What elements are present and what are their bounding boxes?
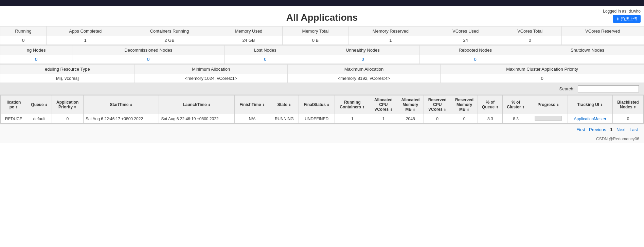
td-pct-queue: 8.3	[478, 114, 503, 124]
th-reserved-memory[interactable]: ReservedMemoryMB ⇕	[451, 95, 478, 114]
td-alloc-memory: 2048	[397, 114, 424, 124]
top-bar	[0, 0, 644, 6]
col-apps-completed: Apps Completed	[47, 27, 124, 36]
val-sched-type: Mi), vcores]	[0, 74, 135, 83]
th-launch-time[interactable]: LaunchTime ⇕	[159, 95, 234, 114]
td-tracking-ui: ApplicationMaster	[568, 114, 612, 124]
th-alloc-cpu[interactable]: AllocatedCPUVCores ⇕	[370, 95, 397, 114]
val-decommissioned: 0	[72, 55, 225, 64]
scheduler-stats-section: eduling Resource Type Minimum Allocation…	[0, 64, 644, 83]
header-section: All Applications Logged in as: dr.who ⬆ …	[0, 6, 644, 26]
val-shutdown	[531, 55, 644, 64]
val-rebooted: 0	[419, 55, 531, 64]
val-memory-total: 0 B	[283, 36, 348, 45]
th-queue[interactable]: Queue ⇕	[27, 95, 52, 114]
td-priority: 0	[52, 114, 83, 124]
td-launch-time: Sat Aug 6 22:46:19 +0800 2022	[159, 114, 234, 124]
th-finish-time[interactable]: FinishTime ⇕	[234, 95, 270, 114]
upload-button[interactable]: ⬆ 拍搜上传	[613, 15, 641, 23]
val-vcores-total: 0	[498, 36, 561, 45]
search-input[interactable]	[578, 85, 639, 92]
th-reserved-cpu[interactable]: ReservedCPUVCores ⇕	[424, 95, 451, 114]
pagination-first[interactable]: First	[576, 127, 585, 132]
search-bar: Search:	[0, 83, 644, 95]
td-state: RUNNING	[270, 114, 299, 124]
td-progress	[529, 114, 568, 124]
page-title: All Applications	[0, 12, 644, 23]
footer-text: CSDN @Redamancy06	[596, 137, 639, 141]
th-priority[interactable]: ApplicationPriority ⇕	[52, 95, 83, 114]
val-memory-used: 24 GB	[215, 36, 283, 45]
login-text: Logged in as: dr.who	[603, 9, 641, 14]
th-final-status[interactable]: FinalStatus ⇕	[299, 95, 335, 114]
th-state[interactable]: State ⇕	[270, 95, 299, 114]
val-max-alloc: <memory:8192, vCores:4>	[287, 74, 440, 83]
search-label: Search:	[559, 86, 575, 91]
th-tracking-ui[interactable]: Tracking UI ⇕	[568, 95, 612, 114]
th-app-type[interactable]: licationpe ⇕	[1, 95, 27, 114]
val-memory-reserved: 1	[348, 36, 433, 45]
th-pct-queue[interactable]: % ofQueue ⇕	[478, 95, 503, 114]
apps-table: licationpe ⇕ Queue ⇕ ApplicationPriority…	[0, 95, 644, 124]
col-memory-reserved: Memory Reserved	[348, 27, 433, 36]
col-memory-total: Memory Total	[283, 27, 348, 36]
td-reserved-memory: 0	[451, 114, 478, 124]
nodes-stats-table: ng Nodes Decommissioned Nodes Lost Nodes…	[0, 45, 644, 64]
td-app-type: REDUCE	[1, 114, 27, 124]
col-vcores-total: VCores Total	[498, 27, 561, 36]
col-shutdown: Shutdown Nodes	[531, 46, 644, 55]
col-decommissioned: Decommissioned Nodes	[72, 46, 225, 55]
td-final-status: UNDEFINED	[299, 114, 335, 124]
pagination-next[interactable]: Next	[616, 127, 626, 132]
val-vcores-reserved	[561, 36, 644, 45]
upload-label: 拍搜上传	[621, 16, 637, 22]
col-running: Running	[0, 27, 47, 36]
col-unhealthy: Unhealthy Nodes	[306, 46, 419, 55]
td-queue: default	[27, 114, 52, 124]
pagination-last[interactable]: Last	[629, 127, 638, 132]
col-rebooted: Rebooted Nodes	[419, 46, 531, 55]
th-running-containers[interactable]: RunningContainers ⇕	[335, 95, 370, 114]
pagination-previous[interactable]: Previous	[589, 127, 606, 132]
th-progress[interactable]: Progress ⇕	[529, 95, 568, 114]
pagination-current: 1	[610, 127, 612, 132]
val-apps-completed: 1	[47, 36, 124, 45]
col-ng-nodes: ng Nodes	[0, 46, 72, 55]
th-pct-cluster[interactable]: % ofCluster ⇕	[503, 95, 529, 114]
td-running-containers: 1	[335, 114, 370, 124]
upload-icon: ⬆	[616, 17, 620, 21]
td-reserved-cpu: 0	[424, 114, 451, 124]
th-start-time[interactable]: StartTime ⇕	[83, 95, 159, 114]
td-alloc-cpu: 1	[370, 114, 397, 124]
login-info: Logged in as: dr.who ⬆ 拍搜上传	[603, 9, 641, 23]
col-vcores-reserved: VCores Reserved	[561, 27, 644, 36]
col-max-alloc: Maximum Allocation	[287, 65, 440, 74]
val-unhealthy: 0	[306, 55, 419, 64]
apps-table-section: licationpe ⇕ Queue ⇕ ApplicationPriority…	[0, 95, 644, 124]
col-memory-used: Memory Used	[215, 27, 283, 36]
col-max-priority: Maximum Cluster Application Priority	[441, 65, 644, 74]
val-max-priority: 0	[441, 74, 644, 83]
col-vcores-used: VCores Used	[433, 27, 498, 36]
val-lost: 0	[225, 55, 306, 64]
td-start-time: Sat Aug 6 22:46:17 +0800 2022	[83, 114, 159, 124]
td-pct-cluster: 8.3	[503, 114, 529, 124]
pagination-bar: First Previous 1 Next Last	[0, 124, 644, 135]
th-alloc-memory[interactable]: AllocatedMemoryMB ⇕	[397, 95, 424, 114]
cluster-stats-section: Running Apps Completed Containers Runnin…	[0, 26, 644, 45]
col-containers-running: Containers Running	[124, 27, 215, 36]
col-min-alloc: Minimum Allocation	[135, 65, 287, 74]
val-containers-running: 2 GB	[124, 36, 215, 45]
val-min-alloc: <memory:1024, vCores:1>	[135, 74, 287, 83]
cluster-stats-table: Running Apps Completed Containers Runnin…	[0, 26, 644, 45]
table-row: REDUCEdefault0Sat Aug 6 22:46:17 +0800 2…	[1, 114, 644, 124]
td-blacklisted: 0	[612, 114, 643, 124]
val-vcores-used: 24	[433, 36, 498, 45]
nodes-stats-section: ng Nodes Decommissioned Nodes Lost Nodes…	[0, 45, 644, 64]
val-running: 0	[0, 36, 47, 45]
col-lost: Lost Nodes	[225, 46, 306, 55]
td-finish-time: N/A	[234, 114, 270, 124]
scheduler-stats-table: eduling Resource Type Minimum Allocation…	[0, 64, 644, 83]
footer-bar: CSDN @Redamancy06	[0, 135, 644, 143]
th-blacklisted[interactable]: BlacklistedNodes ⇕	[612, 95, 643, 114]
